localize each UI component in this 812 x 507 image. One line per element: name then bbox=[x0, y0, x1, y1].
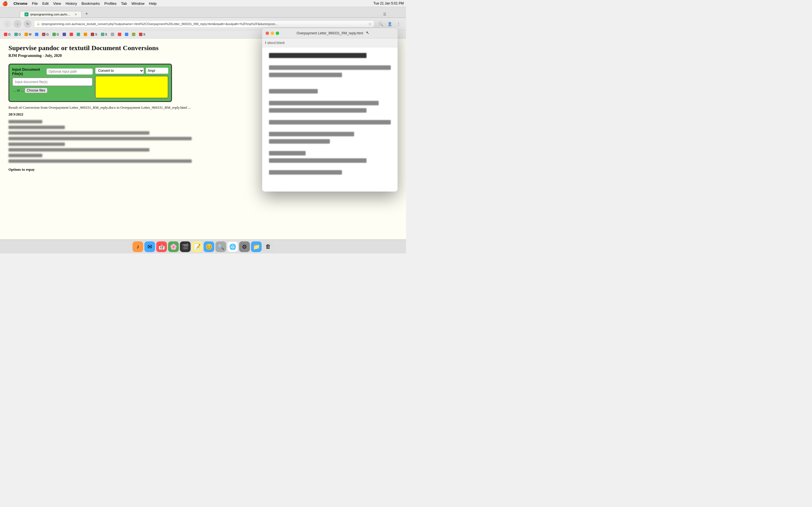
dock-files[interactable]: 📁 bbox=[251, 241, 262, 252]
doc-line-1 bbox=[8, 120, 42, 123]
dock-settings[interactable]: ⚙ bbox=[239, 241, 250, 252]
popup-gap-8 bbox=[269, 166, 391, 170]
dock-notes[interactable]: 📝 bbox=[192, 241, 202, 252]
tab-label: rjmprogramming.com.au/macos_textutil_con… bbox=[30, 13, 71, 16]
output-path-input[interactable] bbox=[146, 68, 168, 74]
menubar-history[interactable]: History bbox=[65, 1, 77, 6]
popup-gap-4 bbox=[269, 96, 391, 101]
output-preview-box bbox=[95, 76, 168, 98]
input-label: Input Document File(s) bbox=[12, 67, 45, 76]
apple-menu[interactable]: 🍎 bbox=[2, 1, 8, 6]
bookmark-11[interactable]: S bbox=[89, 32, 99, 37]
popup-line-10 bbox=[269, 151, 306, 156]
file-drop-input[interactable] bbox=[15, 80, 90, 84]
bookmark-button[interactable]: ☆ bbox=[368, 22, 372, 26]
convert-to-row: Convert to html pdf docx txt bbox=[95, 67, 168, 74]
popup-line-4 bbox=[269, 89, 318, 94]
popup-url-bar: ℹ about:blank bbox=[262, 38, 398, 47]
popup-gap-2 bbox=[269, 80, 391, 84]
choose-files-button[interactable]: Choose files bbox=[25, 88, 47, 93]
doc-line-3 bbox=[8, 131, 149, 135]
menubar-window[interactable]: Window bbox=[132, 1, 144, 6]
bookmark-13[interactable] bbox=[109, 32, 116, 37]
bookmark-9[interactable] bbox=[75, 32, 82, 37]
menu-icon[interactable]: ⋮ bbox=[395, 20, 403, 28]
tab-favicon: R bbox=[24, 12, 29, 16]
bookmark-4[interactable] bbox=[33, 32, 40, 37]
popup-minimize-button[interactable] bbox=[271, 32, 274, 35]
ssl-lock-icon: 🔒 bbox=[36, 22, 40, 25]
active-tab[interactable]: R rjmprogramming.com.au/macos_textutil_c… bbox=[20, 11, 82, 17]
bookmark-6[interactable]: G bbox=[51, 32, 61, 37]
bookmark-12[interactable]: S bbox=[99, 32, 109, 37]
doc-line-8 bbox=[8, 159, 192, 163]
dock-photos[interactable]: 🌸 bbox=[168, 241, 179, 252]
menubar-profiles[interactable]: Profiles bbox=[104, 1, 116, 6]
dock-finder[interactable]: 😊 bbox=[204, 241, 214, 252]
address-actions: 🔍 👤 ⋮ bbox=[377, 20, 403, 28]
menubar-tab[interactable]: Tab bbox=[121, 1, 127, 6]
bookmark-2[interactable]: G bbox=[13, 32, 23, 37]
popup-line-3 bbox=[269, 73, 342, 77]
tab-settings-button[interactable]: ☰ bbox=[383, 12, 386, 16]
bookmark-8[interactable] bbox=[68, 32, 75, 37]
dock-chrome[interactable]: 🌐 bbox=[227, 241, 238, 252]
user-icon[interactable]: 👤 bbox=[386, 20, 394, 28]
dock-movies[interactable]: 🎬 bbox=[180, 241, 191, 252]
popup-line-6 bbox=[269, 108, 366, 113]
bookmark-1[interactable]: G bbox=[2, 32, 12, 37]
popup-gap-1 bbox=[269, 61, 391, 65]
new-tab-button[interactable]: + bbox=[85, 11, 88, 16]
menubar-view[interactable]: View bbox=[53, 1, 61, 6]
dock-music[interactable]: ♪ bbox=[133, 241, 143, 252]
doc-line-5 bbox=[8, 143, 65, 146]
dock-trash[interactable]: 🗑 bbox=[263, 241, 273, 252]
form-right: Convert to html pdf docx txt bbox=[95, 67, 168, 98]
conversion-form: Input Document File(s) ... or ... Choose… bbox=[8, 64, 172, 102]
popup-line-7 bbox=[269, 120, 391, 124]
menubar-bookmarks[interactable]: Bookmarks bbox=[82, 1, 100, 6]
file-choose-row: ... or ... Choose files bbox=[12, 87, 93, 94]
tab-close-button[interactable]: ✕ bbox=[74, 13, 77, 16]
popup-line-11 bbox=[269, 158, 366, 163]
menubar-edit[interactable]: Edit bbox=[42, 1, 49, 6]
dock-spotlight[interactable]: 🔍 bbox=[215, 241, 226, 252]
bookmark-17[interactable]: S bbox=[137, 32, 147, 37]
address-input-container[interactable]: 🔒 rjmprogramming.com.au/macos_textutil_c… bbox=[34, 20, 374, 27]
popup-gap-6 bbox=[269, 127, 391, 132]
forward-button[interactable]: › bbox=[13, 20, 21, 28]
bookmark-14[interactable] bbox=[116, 32, 123, 37]
menubar: 🍎 Chrome File Edit View History Bookmark… bbox=[0, 0, 406, 7]
bookmark-10[interactable] bbox=[82, 32, 89, 37]
bookmark-16[interactable] bbox=[130, 32, 137, 37]
form-left: Input Document File(s) ... or ... Choose… bbox=[12, 67, 93, 98]
dock-mail[interactable]: ✉ bbox=[144, 241, 155, 252]
menubar-file[interactable]: File bbox=[32, 1, 38, 6]
convert-to-select[interactable]: Convert to html pdf docx txt bbox=[95, 67, 144, 74]
doc-line-7 bbox=[8, 154, 42, 157]
popup-document-content bbox=[262, 47, 398, 191]
optional-path-input[interactable] bbox=[47, 68, 93, 75]
search-icon[interactable]: 🔍 bbox=[377, 20, 385, 28]
bookmark-3[interactable]: M bbox=[23, 32, 33, 37]
popup-line-1 bbox=[269, 53, 366, 58]
dock-calendar[interactable]: 📅 bbox=[156, 241, 167, 252]
options-label: Options to repay bbox=[8, 167, 35, 172]
popup-line-12 bbox=[269, 170, 342, 175]
bookmark-15[interactable] bbox=[123, 32, 130, 37]
menubar-help[interactable]: Help bbox=[149, 1, 157, 6]
input-label-row: Input Document File(s) bbox=[12, 67, 93, 76]
file-drop-area bbox=[12, 77, 93, 86]
doc-line-4 bbox=[8, 137, 192, 140]
popup-close-button[interactable] bbox=[266, 32, 269, 35]
bookmark-7[interactable] bbox=[61, 32, 68, 37]
popup-titlebar: Overpayment Letter_969331_RM_reply.html … bbox=[262, 28, 398, 38]
doc-line-6 bbox=[8, 148, 149, 152]
menubar-chrome[interactable]: Chrome bbox=[13, 1, 28, 6]
popup-line-9 bbox=[269, 139, 330, 144]
reload-button[interactable]: ↻ bbox=[24, 20, 32, 28]
popup-maximize-button[interactable] bbox=[276, 32, 279, 35]
popup-info-icon: ℹ bbox=[265, 41, 266, 45]
back-button[interactable]: ‹ bbox=[3, 20, 11, 28]
bookmark-5[interactable]: G bbox=[40, 32, 50, 37]
